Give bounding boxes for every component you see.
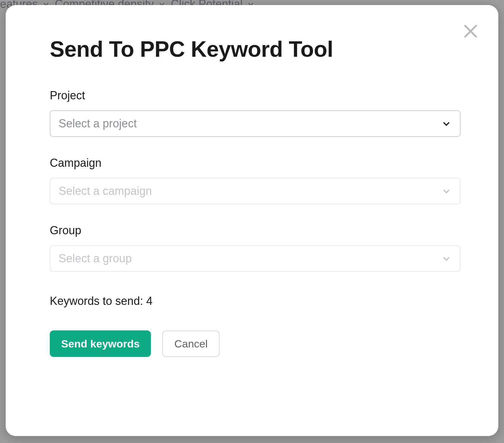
send-keywords-button[interactable]: Send keywords xyxy=(50,330,151,357)
modal-actions: Send keywords Cancel xyxy=(50,330,461,357)
field-group: Group Select a group xyxy=(50,224,461,272)
group-select[interactable]: Select a group xyxy=(50,245,461,272)
group-placeholder: Select a group xyxy=(59,252,132,265)
chevron-down-icon xyxy=(442,119,451,128)
project-placeholder: Select a project xyxy=(59,117,137,130)
chevron-down-icon xyxy=(442,254,451,263)
field-project: Project Select a project xyxy=(50,89,461,137)
group-label: Group xyxy=(50,224,461,237)
modal-title: Send To PPC Keyword Tool xyxy=(50,37,461,62)
field-campaign: Campaign Select a campaign xyxy=(50,156,461,204)
project-label: Project xyxy=(50,89,461,102)
campaign-label: Campaign xyxy=(50,156,461,170)
project-select[interactable]: Select a project xyxy=(50,110,461,137)
send-to-ppc-modal: Send To PPC Keyword Tool Project Select … xyxy=(6,5,498,436)
campaign-select[interactable]: Select a campaign xyxy=(50,178,461,204)
chevron-down-icon xyxy=(442,186,451,196)
campaign-placeholder: Select a campaign xyxy=(59,184,152,198)
keywords-summary: Keywords to send: 4 xyxy=(50,294,461,308)
close-button[interactable] xyxy=(461,21,481,42)
close-icon xyxy=(462,23,479,40)
keywords-summary-count: 4 xyxy=(146,294,152,307)
cancel-button[interactable]: Cancel xyxy=(162,330,220,357)
keywords-summary-label: Keywords to send: xyxy=(50,294,146,307)
